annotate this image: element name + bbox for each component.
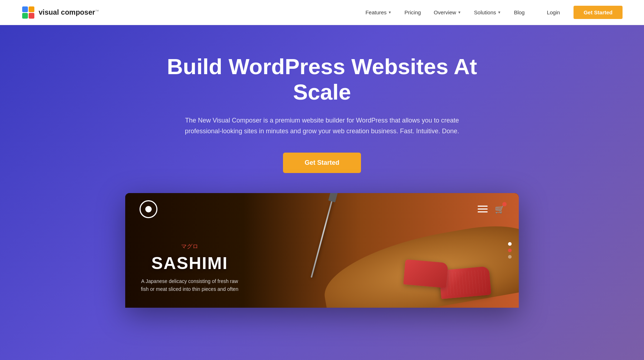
header: visual composer™ Features ▼ Pricing Over…	[0, 0, 644, 25]
slider-dot-3	[508, 255, 512, 259]
nav-item-pricing[interactable]: Pricing	[400, 6, 426, 18]
solutions-chevron-icon: ▼	[498, 10, 501, 14]
header-cta-button[interactable]: Get Started	[574, 6, 623, 19]
nav-login-link[interactable]: Login	[540, 6, 567, 18]
svg-rect-1	[29, 6, 34, 12]
preview-hamburger-icon	[478, 206, 488, 212]
preview-cart-badge	[502, 202, 507, 206]
features-chevron-icon: ▼	[388, 10, 392, 14]
preview-logo-circle	[140, 200, 157, 218]
preview-japanese-text: マグロ	[140, 243, 240, 250]
slider-dot-1	[508, 242, 512, 246]
nav-item-blog[interactable]: Blog	[509, 6, 530, 18]
preview-window: 🛒 マグロ SASHIMI A Japanese delicacy consis…	[125, 193, 519, 308]
nav-item-features[interactable]: Features ▼	[360, 6, 396, 18]
sashimi-piece-2	[403, 259, 448, 288]
logo[interactable]: visual composer™	[21, 6, 99, 19]
nav-item-solutions[interactable]: Solutions ▼	[469, 6, 506, 18]
preview-nav-right: 🛒	[478, 204, 504, 214]
hero-section: Build WordPress Websites At Scale The Ne…	[0, 25, 644, 360]
preview-inner: 🛒 マグロ SASHIMI A Japanese delicacy consis…	[125, 193, 519, 308]
svg-rect-3	[29, 13, 34, 19]
overview-chevron-icon: ▼	[458, 10, 461, 14]
hero-subtitle: The New Visual Composer is a premium web…	[182, 115, 462, 137]
hero-cta-button[interactable]: Get Started	[283, 153, 361, 173]
logo-icon	[21, 6, 35, 19]
preview-nav: 🛒	[125, 200, 519, 218]
preview-logo-inner	[145, 206, 152, 212]
main-nav: Features ▼ Pricing Overview ▼ Solutions …	[360, 6, 623, 19]
slider-dots	[508, 242, 512, 259]
hero-title: Build WordPress Websites At Scale	[161, 54, 483, 105]
svg-rect-0	[22, 6, 28, 12]
nav-item-overview[interactable]: Overview ▼	[429, 6, 466, 18]
preview-sashimi-desc: A Japanese delicacy consisting of fresh …	[140, 277, 240, 293]
preview-cart-icon: 🛒	[495, 204, 504, 214]
logo-text: visual composer™	[39, 8, 99, 16]
preview-content: マグロ SASHIMI A Japanese delicacy consisti…	[140, 243, 240, 293]
slider-dot-2	[508, 249, 512, 252]
svg-rect-2	[22, 13, 28, 19]
preview-sashimi-title: SASHIMI	[140, 253, 240, 273]
